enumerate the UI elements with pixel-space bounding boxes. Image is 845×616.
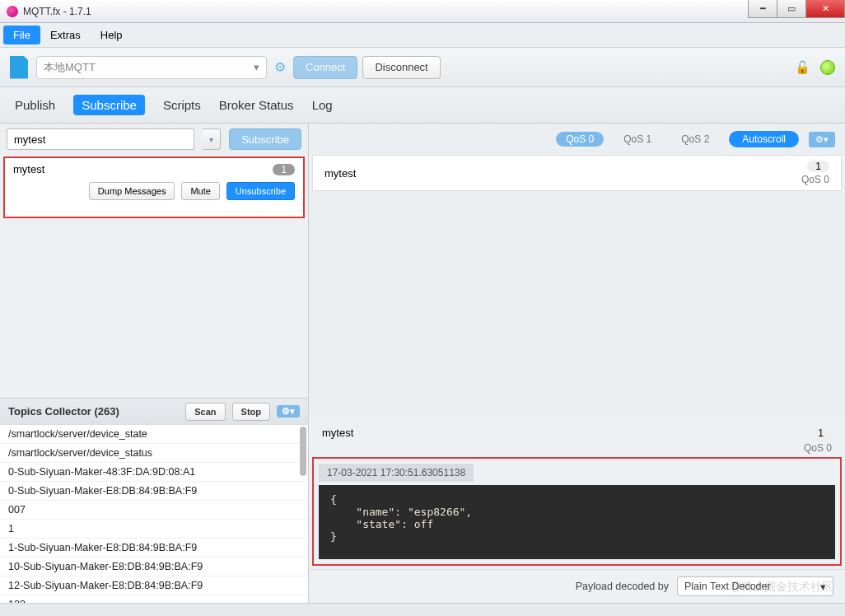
- subscription-count: 1: [273, 164, 295, 175]
- subscribe-button[interactable]: Subscribe: [229, 128, 301, 150]
- stop-button[interactable]: Stop: [232, 403, 270, 421]
- subscription-topic: mytest: [13, 163, 44, 175]
- maximize-button[interactable]: ▭: [777, 0, 806, 18]
- status-indicator: [820, 60, 835, 75]
- collector-settings-icon[interactable]: ⚙▾: [277, 405, 300, 418]
- title-bar: MQTT.fx - 1.7.1 ━ ▭ ✕: [0, 0, 845, 23]
- connection-bar: 本地MQTT ▾ ⚙ Connect Disconnect 🔓: [0, 48, 845, 87]
- collector-title: Topics Collector (263): [8, 405, 119, 418]
- list-item[interactable]: 123: [0, 595, 308, 603]
- detail-qos: QoS 0: [804, 442, 832, 454]
- right-pane: QoS 0 QoS 1 QoS 2 Autoscroll ⚙▾ mytest 1…: [309, 124, 845, 603]
- profile-name: 本地MQTT: [44, 60, 96, 75]
- disconnect-button[interactable]: Disconnect: [362, 56, 440, 79]
- scan-button[interactable]: Scan: [185, 403, 225, 421]
- topics-collector-header: Topics Collector (263) Scan Stop ⚙▾: [0, 398, 308, 424]
- topic-dropdown[interactable]: ▾: [203, 128, 221, 150]
- list-item[interactable]: /smartlock/server/device_state: [0, 425, 308, 444]
- subscribe-row: ▾ Subscribe: [0, 124, 308, 155]
- tab-log[interactable]: Log: [312, 98, 333, 112]
- timestamp: 17-03-2021 17:30:51.63051138: [319, 464, 474, 482]
- bottom-strip: [0, 603, 845, 616]
- message-settings-icon[interactable]: ⚙▾: [809, 132, 835, 147]
- decoder-value: Plain Text Decoder: [684, 581, 771, 592]
- gear-icon[interactable]: ⚙: [272, 59, 288, 76]
- decoder-select[interactable]: Plain Text Decoder ▾: [677, 576, 833, 596]
- list-item[interactable]: 0-Sub-Siyuan-Maker-48:3F:DA:9D:08:A1: [0, 463, 308, 482]
- main-area: ▾ Subscribe mytest 1 Dump Messages Mute …: [0, 124, 845, 603]
- tab-publish[interactable]: Publish: [15, 98, 55, 112]
- subscription-filler: [0, 220, 308, 398]
- qos-2-pill[interactable]: QoS 2: [671, 132, 719, 147]
- chevron-down-icon: ▾: [254, 61, 259, 73]
- message-list-area: [309, 191, 845, 420]
- app-icon: [7, 6, 18, 17]
- tab-subscribe[interactable]: Subscribe: [73, 95, 145, 115]
- unsubscribe-button[interactable]: Unsubscribe: [226, 182, 295, 200]
- list-item[interactable]: 1-Sub-Siyuan-Maker-E8:DB:84:9B:BA:F9: [0, 539, 308, 558]
- qos-row: QoS 0 QoS 1 QoS 2 Autoscroll ⚙▾: [309, 124, 845, 155]
- mute-button[interactable]: Mute: [181, 182, 219, 200]
- menu-bar: File Extras Help: [0, 23, 845, 48]
- topic-list[interactable]: /smartlock/server/device_state /smartloc…: [0, 424, 308, 603]
- subscription-item[interactable]: mytest 1 Dump Messages Mute Unsubscribe: [5, 158, 303, 203]
- payload-detail: mytest 1 QoS 0 17-03-2021 17:30:51.63051…: [312, 423, 842, 566]
- decoder-label: Payload decoded by: [576, 581, 669, 592]
- tab-broker-status[interactable]: Broker Status: [219, 98, 294, 112]
- detail-topic: mytest: [322, 427, 353, 439]
- chevron-down-icon: ▾: [820, 581, 826, 593]
- left-pane: ▾ Subscribe mytest 1 Dump Messages Mute …: [0, 124, 309, 603]
- topic-input[interactable]: [7, 128, 194, 150]
- lock-icon: 🔓: [795, 60, 810, 75]
- list-item[interactable]: /smartlock/server/device_status: [0, 444, 308, 463]
- list-item[interactable]: 10-Sub-Siyuan-Maker-E8:DB:84:9B:BA:F9: [0, 558, 308, 576]
- autoscroll-button[interactable]: Autoscroll: [729, 131, 799, 147]
- message-row[interactable]: mytest 1 QoS 0: [312, 155, 842, 191]
- profile-select[interactable]: 本地MQTT ▾: [36, 56, 267, 79]
- qos-1-pill[interactable]: QoS 1: [614, 132, 661, 147]
- tab-bar: Publish Subscribe Scripts Broker Status …: [0, 87, 845, 124]
- qos-0-pill[interactable]: QoS 0: [556, 132, 604, 147]
- connect-button[interactable]: Connect: [293, 56, 357, 79]
- minimize-button[interactable]: ━: [748, 0, 777, 18]
- detail-count: 1: [810, 427, 832, 439]
- dump-messages-button[interactable]: Dump Messages: [89, 182, 175, 200]
- list-item[interactable]: 1: [0, 520, 308, 539]
- close-button[interactable]: ✕: [805, 0, 845, 18]
- menu-extras[interactable]: Extras: [40, 26, 91, 44]
- payload-content: { "name": "esp8266", "state": off }: [319, 485, 835, 559]
- list-item[interactable]: 0-Sub-Siyuan-Maker-E8:DB:84:9B:BA:F9: [0, 482, 308, 501]
- menu-help[interactable]: Help: [91, 26, 133, 44]
- menu-file[interactable]: File: [3, 26, 40, 44]
- decoder-footer: Payload decoded by Plain Text Decoder ▾: [309, 569, 845, 603]
- message-topic: mytest: [324, 167, 356, 180]
- window-title: MQTT.fx - 1.7.1: [23, 6, 91, 17]
- list-item[interactable]: 007: [0, 501, 308, 520]
- message-count: 1: [807, 161, 829, 172]
- message-qos: QoS 0: [801, 174, 829, 185]
- list-item[interactable]: 12-Sub-Siyuan-Maker-E8:DB:84:9B:BA:F9: [0, 576, 308, 595]
- profile-icon: [10, 56, 28, 79]
- tab-scripts[interactable]: Scripts: [163, 98, 201, 112]
- subscription-box: mytest 1 Dump Messages Mute Unsubscribe: [3, 156, 305, 218]
